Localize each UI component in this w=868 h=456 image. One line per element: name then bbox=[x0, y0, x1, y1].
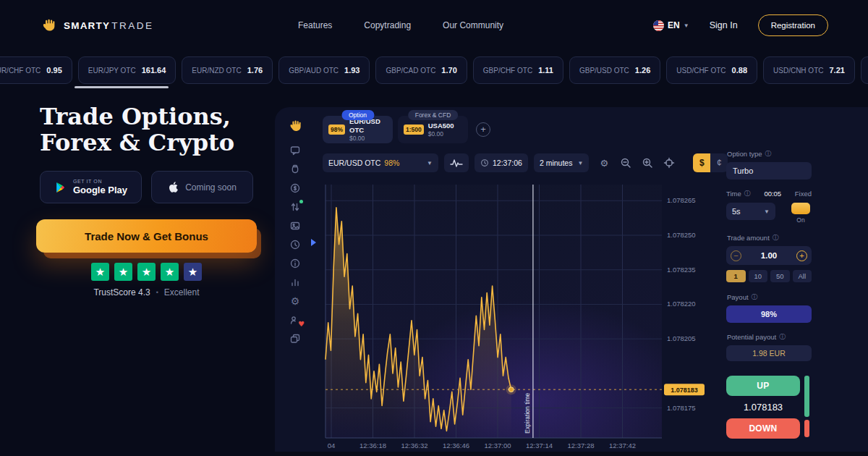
ticker-card[interactable]: EUR/JPY OTC161.64 bbox=[78, 56, 176, 84]
svg-text:1.078250: 1.078250 bbox=[667, 231, 696, 239]
referral-heart-icon[interactable]: ♥ bbox=[289, 314, 301, 326]
ticker-card[interactable]: GBP/CHF OTC1.11 bbox=[473, 56, 563, 84]
trust-score: TrustScore 4.3 bbox=[93, 287, 150, 297]
sidebar-collapse-arrow-icon[interactable] bbox=[311, 239, 316, 246]
quick-amount-all[interactable]: All bbox=[793, 270, 812, 282]
fixed-time-toggle[interactable] bbox=[791, 203, 810, 214]
settings-gear-icon[interactable]: ⚙ bbox=[289, 295, 301, 307]
ticker-pair: GBP/AUD OTC bbox=[289, 67, 339, 75]
ticker-scrollbar[interactable] bbox=[75, 86, 169, 88]
add-asset-button[interactable]: + bbox=[476, 122, 490, 137]
quick-amounts: 1 10 50 All bbox=[726, 270, 812, 282]
ticker-card[interactable]: GBP/USD OTC1.26 bbox=[569, 56, 660, 84]
info-icon[interactable]: ⓘ bbox=[765, 149, 772, 159]
fixed-label: Fixed bbox=[795, 190, 812, 198]
info-icon[interactable]: ⓘ bbox=[744, 189, 751, 198]
down-button[interactable]: DOWN bbox=[726, 418, 800, 439]
waveform-icon bbox=[450, 158, 463, 168]
ticker-pair: GBP/USD OTC bbox=[579, 67, 629, 75]
info-icon[interactable]: ⓘ bbox=[752, 292, 758, 302]
quick-amount-1[interactable]: 1 bbox=[726, 270, 746, 282]
svg-text:12:37:14: 12:37:14 bbox=[526, 442, 553, 449]
svg-text:1.078175: 1.078175 bbox=[667, 404, 696, 412]
ticker-pair: USD/CNH OTC bbox=[773, 67, 823, 75]
duration-select[interactable]: 5s ▼ bbox=[726, 203, 775, 220]
us-flag-icon bbox=[653, 20, 664, 31]
gallery-icon[interactable] bbox=[289, 220, 301, 232]
server-clock: 12:37:06 bbox=[475, 153, 528, 172]
trustpilot-line: TrustScore 4.3 • Excellent bbox=[40, 287, 253, 297]
timeframe-select[interactable]: 2 minutes ▼ bbox=[534, 153, 589, 172]
chevron-down-icon: ▼ bbox=[684, 22, 689, 29]
title-line-2: Forex & Crypto bbox=[40, 130, 234, 156]
gauge-down-segment bbox=[804, 420, 809, 437]
currency-dollar-button[interactable]: $ bbox=[693, 153, 710, 172]
brand-logo[interactable]: SMARTYTRADE bbox=[40, 0, 153, 51]
google-play-button[interactable]: GET IT ON Google Play bbox=[40, 171, 142, 203]
top-header: SMARTYTRADE Features Copytrading Our Com… bbox=[0, 0, 868, 51]
ticker-card[interactable]: EUR/CHF OTC0.95 bbox=[0, 56, 72, 84]
ticker-card[interactable]: GBP/CAD OTC1.70 bbox=[375, 56, 467, 84]
timeframe-label: 2 minutes bbox=[540, 159, 573, 167]
ticker-card[interactable]: USD/CHF OTC0.88 bbox=[666, 56, 757, 84]
trust-rating: Excellent bbox=[164, 287, 200, 297]
main-nav: Features Copytrading Our Community bbox=[298, 0, 503, 51]
trustpilot-stars: ★★★★★ bbox=[40, 263, 253, 281]
option-type-select[interactable]: Turbo bbox=[726, 162, 812, 180]
info-icon[interactable] bbox=[289, 258, 301, 269]
info-icon[interactable]: ⓘ bbox=[779, 332, 786, 342]
strike-price: 1.078183 bbox=[726, 402, 800, 413]
potential-payout-label: Potential payout bbox=[727, 333, 776, 341]
info-icon[interactable]: ⓘ bbox=[773, 233, 779, 242]
chat-support-icon[interactable] bbox=[289, 145, 301, 156]
plus-icon[interactable]: + bbox=[796, 250, 807, 261]
chart-type-button[interactable] bbox=[444, 153, 469, 172]
tab-eurusd-otc[interactable]: Option 98% EUR/USD OTC $0.00 bbox=[323, 116, 393, 143]
svg-text:12:36:32: 12:36:32 bbox=[401, 442, 428, 449]
zoom-in-icon[interactable] bbox=[641, 156, 654, 169]
copytrading-stack-icon[interactable] bbox=[289, 333, 301, 345]
crosshair-icon[interactable] bbox=[663, 156, 676, 169]
quick-amount-10[interactable]: 10 bbox=[749, 270, 768, 282]
ticker-card[interactable]: EUR/NZD OTC1.76 bbox=[182, 56, 273, 84]
leaderboard-bars-icon[interactable] bbox=[289, 276, 301, 288]
tab-usa500[interactable]: Forex & CFD 1:500 USA500 $0.00 bbox=[398, 116, 468, 143]
svg-text:Expiration time: Expiration time bbox=[524, 393, 531, 434]
platform-sidebar: ⚙ ♥ bbox=[275, 107, 315, 456]
tab-pair-label: USA500 bbox=[428, 122, 454, 130]
trade-buttons: UP 1.078183 DOWN bbox=[726, 376, 812, 439]
quick-amount-50[interactable]: 50 bbox=[770, 270, 790, 282]
history-clock-icon[interactable] bbox=[289, 239, 301, 250]
currency-cent-button[interactable]: ¢ bbox=[710, 153, 728, 172]
trades-arrows-icon[interactable] bbox=[289, 201, 301, 213]
zoom-out-icon[interactable] bbox=[619, 156, 632, 169]
bonus-bag-icon[interactable] bbox=[289, 164, 301, 175]
pair-select[interactable]: EUR/USD OTC 98% ▼ bbox=[323, 153, 438, 172]
tab-payout-tag: 98% bbox=[328, 124, 345, 135]
svg-text:12:37:00: 12:37:00 bbox=[485, 442, 511, 449]
minus-icon[interactable]: − bbox=[731, 250, 741, 261]
time-label: Time bbox=[726, 190, 741, 198]
svg-text:12:37:28: 12:37:28 bbox=[568, 442, 595, 449]
nav-our-community[interactable]: Our Community bbox=[443, 20, 503, 30]
google-play-small-label: GET IT ON bbox=[73, 179, 127, 184]
registration-button[interactable]: Registration bbox=[758, 14, 828, 36]
ticker-card[interactable]: USD/CNH OTC7.21 bbox=[763, 56, 855, 84]
svg-text:1.078220: 1.078220 bbox=[667, 300, 696, 308]
up-button[interactable]: UP bbox=[726, 376, 800, 396]
nav-features[interactable]: Features bbox=[298, 20, 332, 30]
language-selector[interactable]: EN ▼ bbox=[653, 20, 689, 31]
cashback-coin-icon[interactable] bbox=[289, 182, 301, 194]
header-right: EN ▼ Sign In Registration bbox=[653, 0, 828, 51]
chart-settings-gear-icon[interactable]: ⚙ bbox=[597, 156, 610, 169]
amount-value[interactable]: 1.00 bbox=[761, 251, 777, 260]
price-chart[interactable]: 0412:36:1812:36:3212:36:4612:37:0012:37:… bbox=[318, 180, 712, 453]
toggle-state-label: On bbox=[796, 216, 804, 224]
sign-in-link[interactable]: Sign In bbox=[710, 20, 738, 30]
nav-copytrading[interactable]: Copytrading bbox=[364, 20, 411, 30]
trade-now-cta-button[interactable]: Trade Now & Get Bonus bbox=[36, 219, 257, 253]
ticker-card[interactable]: GBP/AUD OTC1.93 bbox=[278, 56, 370, 84]
ticker-pair: EUR/JPY OTC bbox=[88, 67, 136, 75]
app-store-button[interactable]: Coming soon bbox=[151, 171, 253, 203]
ticker-card[interactable]: USD/JPY OTC149.95 bbox=[861, 56, 868, 84]
